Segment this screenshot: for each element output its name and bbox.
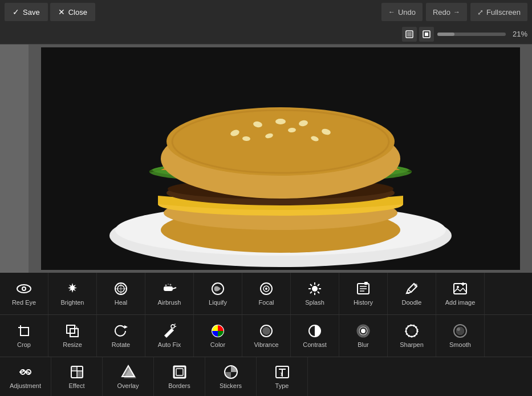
tool-heal[interactable]: Heal	[97, 273, 145, 314]
tool-contrast[interactable]: Contrast	[291, 315, 339, 357]
svg-rect-99	[71, 366, 77, 371]
tool-doodle[interactable]: Doodle	[388, 273, 436, 314]
sharpen-icon	[404, 323, 420, 339]
tool-adjustment[interactable]: Adjustment	[0, 357, 51, 396]
actual-size-button[interactable]	[419, 27, 434, 42]
red-eye-icon	[16, 281, 32, 297]
fit-to-window-button[interactable]	[402, 27, 417, 42]
overlay-icon	[120, 364, 136, 380]
actual-size-icon	[423, 30, 431, 38]
smooth-icon	[452, 323, 468, 339]
tool-airbrush[interactable]: Airbrush	[145, 273, 194, 314]
svg-point-89	[457, 328, 460, 331]
auto-fix-icon	[161, 323, 177, 339]
tool-resize-label: Resize	[63, 341, 82, 348]
tool-red-eye[interactable]: Red Eye	[0, 273, 48, 314]
tool-brighten[interactable]: Brighten	[48, 273, 97, 314]
tool-focal[interactable]: Focal	[242, 273, 291, 314]
tool-history[interactable]: History	[339, 273, 388, 314]
color-icon	[210, 323, 226, 339]
doodle-icon	[404, 281, 420, 297]
save-label: Save	[23, 8, 40, 17]
tool-row-1: Red Eye Brighten Heal	[0, 273, 532, 315]
tool-effect[interactable]: Effect	[51, 357, 103, 396]
tool-crop-label: Crop	[17, 341, 31, 348]
image-container	[29, 45, 532, 273]
tool-history-label: History	[354, 299, 373, 306]
svg-point-61	[414, 284, 417, 287]
adjustment-icon	[18, 364, 34, 380]
svg-rect-92	[19, 371, 23, 373]
tool-auto-fix-label: Auto Fix	[158, 341, 181, 348]
close-label: Close	[68, 8, 87, 17]
svg-line-76	[174, 324, 176, 325]
tool-blur-label: Blur	[358, 341, 369, 348]
tool-overlay[interactable]: Overlay	[103, 357, 154, 396]
tool-smooth-label: Smooth	[449, 341, 471, 348]
svg-point-82	[361, 329, 366, 333]
svg-rect-95	[29, 372, 30, 375]
tool-sharpen[interactable]: Sharpen	[388, 315, 436, 357]
svg-rect-105	[176, 369, 183, 375]
effect-icon	[69, 364, 85, 380]
tool-smooth[interactable]: Smooth	[436, 315, 485, 357]
tool-type[interactable]: T Type	[257, 357, 308, 396]
tool-splash-label: Splash	[305, 299, 324, 306]
tool-rotate[interactable]: Rotate	[97, 315, 145, 357]
svg-rect-3	[425, 33, 428, 36]
svg-line-51	[318, 292, 319, 293]
redo-button[interactable]: Redo →	[426, 3, 467, 21]
undo-button[interactable]: ← Undo	[381, 3, 423, 21]
fullscreen-button[interactable]: ⤢ Fullscreen	[470, 3, 527, 21]
svg-line-52	[318, 284, 319, 286]
svg-point-63	[457, 286, 459, 288]
focal-icon	[258, 281, 274, 297]
resize-icon	[64, 323, 80, 339]
tool-row-3: Adjustment Effect	[0, 357, 532, 396]
fullscreen-label: Fullscreen	[486, 8, 521, 17]
zoom-icons	[402, 27, 434, 42]
tool-add-image[interactable]: Add image	[436, 273, 485, 314]
svg-line-37	[173, 288, 176, 289]
svg-point-18	[166, 107, 395, 176]
borders-icon	[172, 364, 188, 380]
liquify-icon	[210, 281, 226, 297]
burger-canvas-svg	[41, 47, 520, 270]
stickers-icon	[223, 364, 239, 380]
tool-color[interactable]: Color	[194, 315, 242, 357]
burger-image[interactable]	[41, 47, 520, 270]
tool-crop[interactable]: Crop	[0, 315, 48, 357]
blur-icon	[355, 323, 371, 339]
tool-resize[interactable]: Resize	[48, 315, 97, 357]
svg-rect-36	[164, 286, 173, 291]
tool-blur[interactable]: Blur	[339, 315, 388, 357]
close-button[interactable]: ✕ Close	[50, 3, 95, 21]
svg-point-39	[168, 284, 169, 285]
tool-doodle-label: Doodle	[402, 299, 422, 306]
redo-arrow-icon: →	[453, 8, 460, 16]
add-image-icon	[452, 281, 468, 297]
tool-splash[interactable]: Splash	[291, 273, 339, 314]
tool-liquify-label: Liquify	[209, 299, 227, 306]
svg-point-21	[275, 119, 286, 124]
svg-line-53	[310, 292, 312, 293]
tool-stickers-label: Stickers	[220, 382, 242, 389]
tool-borders[interactable]: Borders	[154, 357, 205, 396]
tool-stickers[interactable]: Stickers	[205, 357, 257, 396]
save-icon: ✓	[13, 7, 19, 17]
tool-red-eye-label: Red Eye	[12, 299, 36, 306]
tool-auto-fix[interactable]: Auto Fix	[145, 315, 194, 357]
redo-label: Redo	[433, 8, 450, 17]
tool-effect-label: Effect	[69, 382, 85, 389]
top-toolbar: ✓ Save ✕ Close ← Undo Redo → ⤢ Fullscree…	[0, 0, 532, 24]
tool-liquify[interactable]: Liquify	[194, 273, 242, 314]
tool-heal-label: Heal	[115, 299, 128, 306]
tool-vibrance[interactable]: Vibrance	[242, 315, 291, 357]
save-button[interactable]: ✓ Save	[5, 3, 48, 21]
airbrush-icon	[161, 281, 177, 297]
svg-rect-58	[364, 282, 368, 285]
zoom-slider[interactable]	[437, 33, 506, 36]
zoom-bar: 21%	[0, 24, 532, 45]
toolbar-right: ← Undo Redo → ⤢ Fullscreen	[381, 3, 527, 21]
svg-text:T: T	[280, 372, 283, 377]
